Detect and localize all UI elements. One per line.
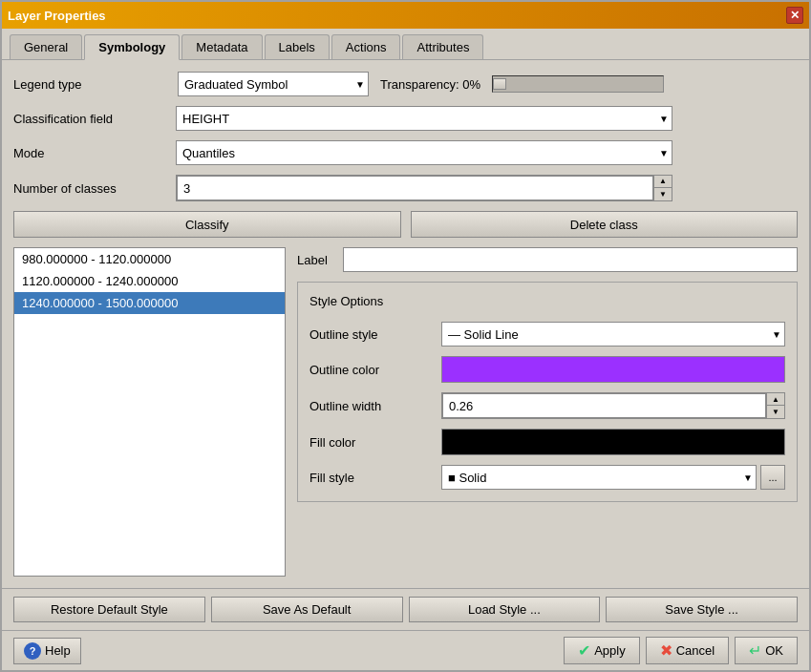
label-field-label: Label bbox=[297, 253, 335, 267]
fill-style-label: Fill style bbox=[309, 471, 434, 485]
load-style-button[interactable]: Load Style ... bbox=[409, 597, 601, 622]
mode-wrapper: Quantiles Equal Interval Natural Breaks … bbox=[176, 140, 672, 165]
classification-field-wrapper: HEIGHT ▼ bbox=[176, 106, 672, 131]
outline-color-row: Outline color bbox=[309, 356, 785, 383]
mode-select[interactable]: Quantiles Equal Interval Natural Breaks bbox=[176, 140, 672, 165]
outline-color-label: Outline color bbox=[309, 363, 434, 377]
outline-color-control bbox=[441, 356, 785, 383]
ok-button[interactable]: ↵ OK bbox=[735, 637, 798, 664]
classify-delete-row: Classify Delete class bbox=[13, 211, 798, 238]
num-classes-down-button[interactable]: ▼ bbox=[654, 188, 672, 200]
footer-right: ✔ Apply ✖ Cancel ↵ OK bbox=[564, 637, 798, 664]
tab-metadata[interactable]: Metadata bbox=[181, 34, 262, 59]
classify-button[interactable]: Classify bbox=[13, 211, 401, 238]
help-icon: ? bbox=[24, 642, 41, 660]
lower-section: 980.000000 - 1120.000000 1120.000000 - 1… bbox=[13, 247, 798, 577]
outline-style-label: Outline style bbox=[309, 327, 434, 342]
tab-symbology[interactable]: Symbology bbox=[84, 34, 180, 60]
outline-color-swatch[interactable] bbox=[441, 356, 785, 383]
outline-style-control: — Solid Line No Line Dash ▼ bbox=[441, 322, 785, 346]
cancel-label: Cancel bbox=[676, 643, 715, 658]
fill-color-swatch[interactable] bbox=[441, 429, 785, 455]
fill-style-row: Fill style ■ Solid No Fill Dense ▼ ... bbox=[309, 465, 785, 490]
outline-style-select[interactable]: — Solid Line No Line Dash bbox=[441, 322, 785, 346]
classes-list[interactable]: 980.000000 - 1120.000000 1120.000000 - 1… bbox=[13, 247, 286, 577]
tab-actions[interactable]: Actions bbox=[331, 34, 401, 59]
main-content: Legend type Graduated Symbol Single Symb… bbox=[2, 60, 809, 588]
tab-labels[interactable]: Labels bbox=[265, 34, 330, 59]
main-window: Layer Properties ✕ General Symbology Met… bbox=[0, 0, 811, 672]
classification-field-label: Classification field bbox=[13, 112, 166, 126]
classification-field-select[interactable]: HEIGHT bbox=[176, 106, 672, 131]
num-classes-row: Number of classes 3 ▲ ▼ bbox=[13, 175, 798, 201]
class-item-0[interactable]: 980.000000 - 1120.000000 bbox=[14, 248, 285, 270]
outline-style-wrapper: — Solid Line No Line Dash ▼ bbox=[441, 322, 785, 346]
apply-check-icon: ✔ bbox=[578, 641, 590, 660]
help-label: Help bbox=[45, 643, 71, 658]
fill-style-wrapper: ■ Solid No Fill Dense ▼ bbox=[441, 465, 757, 490]
fill-style-dots-button[interactable]: ... bbox=[760, 465, 785, 490]
apply-label: Apply bbox=[594, 643, 626, 658]
tab-attributes[interactable]: Attributes bbox=[402, 34, 483, 59]
tab-general[interactable]: General bbox=[10, 34, 82, 59]
fill-color-label: Fill color bbox=[309, 435, 434, 450]
num-classes-label: Number of classes bbox=[13, 181, 166, 196]
outline-width-label: Outline width bbox=[309, 399, 434, 413]
outline-width-control: ▲ ▼ bbox=[441, 392, 785, 419]
cancel-x-icon: ✖ bbox=[660, 641, 672, 660]
window-title: Layer Properties bbox=[8, 9, 106, 23]
outline-width-up-button[interactable]: ▲ bbox=[767, 393, 784, 406]
ok-arrow-icon: ↵ bbox=[749, 641, 761, 660]
style-options-title: Style Options bbox=[309, 294, 785, 308]
title-bar: Layer Properties ✕ bbox=[2, 2, 809, 29]
label-row: Label bbox=[297, 247, 798, 272]
classification-field-row: Classification field HEIGHT ▼ bbox=[13, 106, 798, 131]
bottom-buttons: Restore Default Style Save As Default Lo… bbox=[2, 588, 809, 630]
restore-default-style-button[interactable]: Restore Default Style bbox=[13, 597, 205, 622]
class-item-1[interactable]: 1120.000000 - 1240.000000 bbox=[14, 270, 285, 292]
cancel-button[interactable]: ✖ Cancel bbox=[646, 637, 729, 664]
legend-type-label: Legend type bbox=[13, 77, 166, 92]
outline-width-spinner: ▲ ▼ bbox=[441, 392, 785, 419]
num-classes-input[interactable]: 3 bbox=[177, 176, 653, 200]
help-button[interactable]: ? Help bbox=[13, 638, 81, 664]
fill-color-control bbox=[441, 429, 785, 455]
ok-label: OK bbox=[765, 643, 783, 658]
num-classes-up-button[interactable]: ▲ bbox=[654, 176, 672, 188]
outline-width-row: Outline width ▲ ▼ bbox=[309, 392, 785, 419]
mode-label: Mode bbox=[13, 146, 166, 160]
fill-style-select[interactable]: ■ Solid No Fill Dense bbox=[441, 465, 757, 490]
transparency-label: Transparency: 0% bbox=[380, 77, 480, 92]
outline-width-down-button[interactable]: ▼ bbox=[767, 406, 784, 418]
tabs-bar: General Symbology Metadata Labels Action… bbox=[2, 29, 809, 60]
num-classes-spinner: 3 ▲ ▼ bbox=[176, 175, 672, 201]
fill-color-row: Fill color bbox=[309, 429, 785, 455]
style-options-box: Style Options Outline style — Solid Line… bbox=[297, 282, 798, 502]
class-item-2[interactable]: 1240.000000 - 1500.000000 bbox=[14, 292, 285, 314]
legend-type-row: Legend type Graduated Symbol Single Symb… bbox=[13, 72, 798, 96]
legend-type-select[interactable]: Graduated Symbol Single Symbol Unique Va… bbox=[178, 72, 369, 96]
right-panel: Label Style Options Outline style — Soli… bbox=[297, 247, 798, 577]
apply-button[interactable]: ✔ Apply bbox=[564, 637, 640, 664]
legend-type-select-wrapper: Graduated Symbol Single Symbol Unique Va… bbox=[178, 72, 369, 96]
delete-class-button[interactable]: Delete class bbox=[411, 211, 799, 238]
transparency-slider[interactable] bbox=[492, 75, 664, 93]
label-input[interactable] bbox=[343, 247, 798, 272]
outline-width-input[interactable] bbox=[442, 393, 766, 418]
save-as-default-button[interactable]: Save As Default bbox=[211, 597, 403, 622]
close-button[interactable]: ✕ bbox=[786, 7, 803, 24]
transparency-thumb bbox=[493, 78, 506, 90]
save-style-button[interactable]: Save Style ... bbox=[606, 597, 798, 622]
num-classes-spinner-buttons: ▲ ▼ bbox=[653, 176, 672, 200]
fill-style-control: ■ Solid No Fill Dense ▼ ... bbox=[441, 465, 785, 490]
outline-width-buttons: ▲ ▼ bbox=[766, 393, 784, 418]
outline-style-row: Outline style — Solid Line No Line Dash … bbox=[309, 322, 785, 346]
footer: ? Help ✔ Apply ✖ Cancel ↵ OK bbox=[2, 630, 809, 670]
mode-row: Mode Quantiles Equal Interval Natural Br… bbox=[13, 140, 798, 165]
